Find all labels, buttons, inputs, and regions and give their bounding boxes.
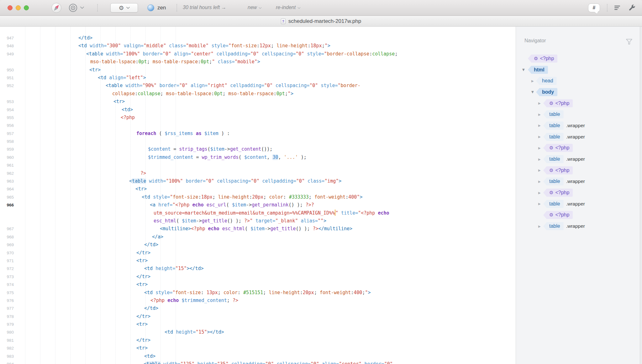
code-line[interactable]: 981</tr> (0, 336, 516, 344)
line-number[interactable]: 951 (0, 74, 14, 82)
code-line[interactable]: 979<tr> (0, 320, 516, 328)
triangle-collapsed-icon[interactable]: ▶ (538, 124, 541, 127)
code-line[interactable]: mso-table-lspace:0pt; mso-table-rspace:0… (0, 58, 516, 66)
code-line[interactable]: 947</td> (0, 34, 516, 42)
line-number[interactable]: 948 (0, 42, 14, 50)
code-text[interactable]: esc_html( $item->get_title() ); ?>" targ… (154, 217, 326, 225)
code-text[interactable]: <?php (121, 114, 135, 122)
code-line[interactable]: 977</td> (0, 304, 516, 312)
line-number[interactable]: 960 (0, 153, 14, 161)
line-number[interactable]: 976 (0, 297, 14, 304)
navigator-tree[interactable]: ⚙<?php▼html▶head▼body▶⚙<?php▶table▶table… (516, 53, 639, 232)
tab-bar[interactable]: ? scheduled-martech-2017w.php (0, 16, 642, 27)
code-line[interactable]: 978</tr> (0, 313, 516, 320)
code-line[interactable]: 953<tr> (0, 98, 516, 106)
code-text[interactable]: <table width="90%" border="0" align="rig… (106, 82, 360, 90)
line-number[interactable]: 958 (0, 138, 14, 145)
line-number[interactable]: 973 (0, 273, 14, 281)
code-line[interactable]: 962?> (0, 169, 516, 177)
triangle-expanded-icon[interactable]: ▼ (531, 90, 534, 94)
code-line[interactable]: 956 (0, 122, 516, 129)
navigator-item-table[interactable]: ▶table.wrapper (516, 120, 639, 131)
code-line[interactable]: 965<td style="font-size:18px; line-heigh… (0, 193, 516, 201)
code-line[interactable]: 976<?php echo $trimmed_content; ?> (0, 297, 516, 304)
code-text[interactable]: $trimmed_content = wp_trim_words( $conte… (148, 153, 307, 161)
line-number[interactable] (0, 209, 14, 217)
triangle-collapsed-icon[interactable]: ▶ (531, 79, 534, 83)
code-text[interactable]: </tr> (136, 249, 150, 257)
filter-funnel-icon[interactable] (626, 39, 633, 45)
navigator-item-table[interactable]: ▶table.wrapper (516, 131, 639, 143)
code-text[interactable]: <td style="font-size: 13px; color: #5151… (144, 289, 371, 297)
navigator-item-table[interactable]: ▶table.wrapper (516, 153, 639, 165)
code-text[interactable]: <td width="300" valign="middle" class="m… (78, 42, 330, 50)
tag-pill[interactable]: table (543, 177, 564, 185)
trial-hours-link[interactable]: 30 trial hours left → (183, 5, 226, 10)
line-number[interactable]: 978 (0, 313, 14, 320)
navigator-item-php[interactable]: ▶⚙<?php (516, 165, 639, 176)
code-text[interactable]: </a> (152, 233, 163, 241)
code-line[interactable]: 958 (0, 138, 516, 145)
line-number[interactable]: 983 (0, 352, 14, 360)
code-line[interactable]: 950<tr> (0, 66, 516, 74)
menu-reindent[interactable]: re-indent (276, 5, 301, 10)
php-block-pill[interactable]: ⚙<?php (543, 189, 573, 197)
triangle-collapsed-icon[interactable]: ▶ (538, 191, 541, 195)
code-line[interactable]: 970</tr> (0, 249, 516, 257)
code-text[interactable]: <?php echo $trimmed_content; ?> (150, 297, 238, 304)
chat-hash-button[interactable]: # (588, 3, 600, 12)
code-line[interactable]: esc_html( $item->get_title() ); ?>" targ… (0, 217, 516, 225)
line-number[interactable]: 969 (0, 241, 14, 249)
line-number[interactable]: 970 (0, 249, 14, 257)
line-number[interactable]: 975 (0, 289, 14, 297)
code-text[interactable]: </td> (78, 34, 92, 42)
navigator-item-html[interactable]: ▼html (516, 64, 639, 75)
line-number[interactable]: 981 (0, 336, 14, 344)
code-text[interactable]: <td> (122, 106, 133, 114)
target-icon[interactable] (69, 4, 77, 12)
code-text[interactable]: </td> (144, 304, 158, 312)
line-number[interactable]: 954 (0, 106, 14, 114)
code-text[interactable]: <tr> (89, 66, 101, 74)
navigator-item-php[interactable]: ▶⚙<?php (516, 143, 639, 154)
navigator-item-table[interactable]: ▶table.wrapper (516, 221, 639, 232)
navigator-item-table[interactable]: ▶table.wrapper (516, 176, 639, 187)
line-number[interactable]: 980 (0, 328, 14, 336)
code-text[interactable]: <td height="15"></td> (165, 328, 224, 336)
navigator-item-php[interactable]: ⚙<?php (516, 210, 639, 221)
code-line[interactable]: 982<tr> (0, 344, 516, 352)
tag-pill[interactable]: head (536, 77, 557, 85)
code-line[interactable]: 957foreach ( $rss_items as $item ) : (0, 130, 516, 138)
code-line[interactable]: 948<td width="300" valign="middle" class… (0, 42, 516, 50)
code-line[interactable]: 959$content = strip_tags($item->get_cont… (0, 145, 516, 153)
code-text[interactable]: <table width="100%" border="0" cellspaci… (129, 177, 341, 185)
code-text[interactable]: <td height="15"></td> (144, 265, 204, 273)
code-line[interactable]: 984<table width="125" height="35" cellpa… (0, 360, 516, 364)
tag-pill[interactable]: table (543, 110, 564, 118)
triangle-expanded-icon[interactable]: ▼ (522, 68, 525, 71)
line-number[interactable]: 955 (0, 114, 14, 122)
tag-pill[interactable]: table (543, 122, 564, 130)
code-text[interactable]: mso-table-lspace:0pt; mso-table-rspace:0… (90, 58, 260, 66)
line-number[interactable]: 972 (0, 265, 14, 273)
code-line[interactable]: 961 (0, 161, 516, 169)
triangle-collapsed-icon[interactable]: ▶ (538, 202, 541, 205)
line-number[interactable]: 956 (0, 122, 14, 129)
settings-menu-button[interactable]: ⚙ (110, 3, 138, 13)
clips-lines-icon[interactable] (614, 5, 621, 11)
code-text[interactable]: <tr> (136, 344, 148, 352)
code-text[interactable]: <td> (144, 352, 155, 360)
navigator-item-php[interactable]: ⚙<?php (516, 53, 639, 64)
code-text[interactable]: <a href="<?php echo esc_url( $item->get_… (150, 201, 314, 209)
zoom-button[interactable] (24, 5, 29, 10)
tag-pill[interactable]: html (528, 66, 548, 74)
line-number[interactable] (0, 58, 14, 66)
code-line[interactable]: 973</tr> (0, 273, 516, 281)
code-line[interactable]: 949<table width="100%" border="0" align=… (0, 50, 516, 58)
line-number[interactable]: 966 (0, 201, 14, 209)
line-number[interactable]: 947 (0, 34, 14, 42)
line-number[interactable] (0, 90, 14, 98)
code-text[interactable]: <tr> (136, 257, 148, 265)
line-number[interactable]: 967 (0, 225, 14, 233)
triangle-collapsed-icon[interactable]: ▶ (538, 169, 541, 172)
